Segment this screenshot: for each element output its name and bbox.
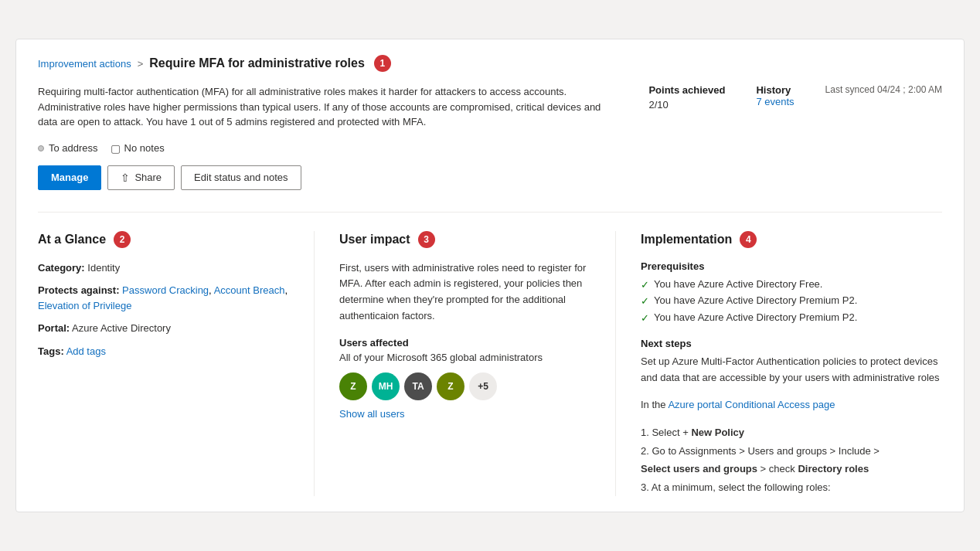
step-2: 2. Go to Assignments > Users and groups … [641, 442, 942, 460]
protects-link-3[interactable]: Elevation of Privilege [38, 300, 131, 311]
users-affected-label: Users affected [339, 337, 590, 349]
comma1: , [209, 284, 212, 296]
azure-link-text: In the Azure portal Conditional Access p… [641, 397, 942, 413]
impl-steps: 1. Select + New Policy 2. Go to Assignme… [641, 423, 942, 496]
share-button[interactable]: ⇧ Share [107, 165, 175, 190]
prerequisites-label: Prerequisites [641, 260, 942, 272]
prereq-1: ✓ You have Azure Active Directory Free. [641, 277, 942, 294]
breadcrumb-badge: 1 [374, 55, 391, 72]
header-stats: Points achieved 2/10 History 7 events La… [648, 84, 942, 111]
tags-label: Tags: [38, 345, 64, 357]
points-stat: Points achieved 2/10 [648, 84, 725, 111]
step-1: 1. Select + New Policy [641, 423, 942, 441]
prereq-3: ✓ You have Azure Active Directory Premiu… [641, 310, 942, 327]
category-label: Category: [38, 262, 85, 274]
notes-label: No notes [124, 142, 165, 154]
user-impact-desc: First, users with administrative roles n… [339, 260, 590, 325]
last-synced: Last synced 04/24 ; 2:00 AM [825, 84, 942, 95]
manage-button[interactable]: Manage [38, 165, 101, 190]
comma2: , [284, 284, 288, 296]
portal-label: Portal: [38, 322, 70, 334]
breadcrumb-separator: > [138, 58, 144, 70]
next-steps-label: Next steps [641, 338, 942, 349]
avatar-1: Z [339, 372, 367, 400]
protects-row: Protects against: Password Cracking, Acc… [38, 283, 289, 313]
prerequisites-list: ✓ You have Azure Active Directory Free. … [641, 277, 942, 327]
protects-label: Protects against: [38, 284, 119, 296]
avatar-2: MH [372, 372, 400, 400]
notes-icon: ▢ [111, 142, 121, 155]
check-icon-3: ✓ [641, 311, 649, 327]
protects-link-2[interactable]: Account Breach [214, 284, 285, 296]
azure-portal-link[interactable]: Azure portal Conditional Access page [668, 399, 835, 410]
avatar-3: TA [404, 372, 432, 400]
user-impact-title: User impact 3 [339, 231, 590, 248]
section-divider [38, 212, 942, 213]
history-stat: History 7 events [756, 84, 794, 111]
check-icon-1: ✓ [641, 277, 649, 294]
prereq-3-text: You have Azure Active Directory Premium … [654, 310, 857, 326]
next-steps-text: Set up Azure Multi-Factor Authentication… [641, 354, 942, 386]
category-value-text: Identity [87, 262, 120, 274]
status-row: To address ▢ No notes [38, 142, 942, 155]
prereq-1-text: You have Azure Active Directory Free. [654, 277, 822, 293]
status-dot [38, 145, 44, 151]
page-title: Require MFA for administrative roles [149, 56, 365, 70]
show-all-users-link[interactable]: Show all users [339, 408, 405, 420]
at-a-glance-col: At a Glance 2 Category: Identity Protect… [38, 231, 315, 496]
notes-indicator: ▢ No notes [111, 142, 165, 155]
avatar-row: Z MH TA Z +5 [339, 372, 590, 400]
category-row: Category: Identity [38, 260, 289, 276]
breadcrumb: Improvement actions > Require MFA for ad… [38, 55, 942, 72]
avatar-extra: +5 [469, 372, 497, 400]
tags-row: Tags: Add tags [38, 344, 289, 359]
btn-row: Manage ⇧ Share Edit status and notes [38, 165, 942, 190]
page-container: Improvement actions > Require MFA for ad… [15, 39, 965, 512]
three-columns: At a Glance 2 Category: Identity Protect… [38, 231, 942, 496]
step-3: Select users and groups > check Director… [641, 460, 942, 478]
points-label: Points achieved [648, 84, 725, 96]
prereq-2: ✓ You have Azure Active Directory Premiu… [641, 293, 942, 310]
user-impact-badge: 3 [418, 231, 435, 248]
status-indicator: To address [38, 142, 98, 154]
protects-link-1[interactable]: Password Cracking [122, 284, 209, 296]
breadcrumb-link[interactable]: Improvement actions [38, 58, 131, 70]
share-icon: ⇧ [121, 172, 130, 184]
at-a-glance-badge: 2 [114, 231, 131, 248]
history-label: History [756, 84, 794, 96]
add-tags-link[interactable]: Add tags [66, 345, 106, 357]
implementation-col: Implementation 4 Prerequisites ✓ You hav… [641, 231, 942, 496]
share-label: Share [134, 172, 162, 183]
portal-value-text: Azure Active Directory [72, 322, 171, 334]
header-description: Requiring multi-factor authentication (M… [38, 84, 618, 130]
users-affected-desc: All of your Microsoft 365 global adminis… [339, 352, 590, 363]
prereq-2-text: You have Azure Active Directory Premium … [654, 293, 857, 309]
at-a-glance-title: At a Glance 2 [38, 231, 289, 248]
header-section: Requiring multi-factor authentication (M… [38, 84, 942, 130]
portal-row: Portal: Azure Active Directory [38, 321, 289, 336]
check-icon-2: ✓ [641, 294, 649, 310]
implementation-badge: 4 [740, 231, 757, 248]
step-4: 3. At a minimum, select the following ro… [641, 478, 942, 496]
user-impact-col: User impact 3 First, users with administ… [339, 231, 616, 496]
edit-status-button[interactable]: Edit status and notes [181, 165, 301, 190]
history-link[interactable]: 7 events [756, 96, 794, 107]
points-value: 2/10 [648, 99, 725, 111]
status-label: To address [49, 142, 98, 154]
avatar-4: Z [437, 372, 464, 400]
implementation-title: Implementation 4 [641, 231, 942, 248]
